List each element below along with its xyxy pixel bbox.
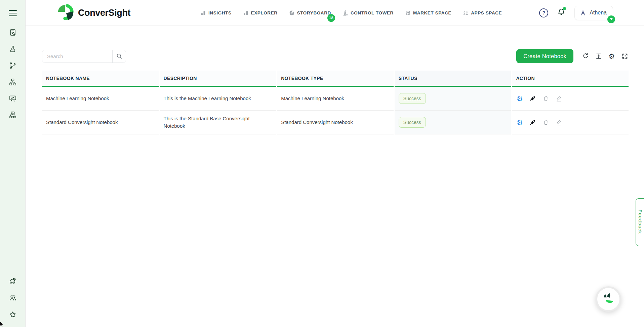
row-height-icon[interactable] (595, 52, 602, 60)
page-toolbar: Create Notebook ⚙ (42, 49, 629, 63)
nav-label: INSIGHTS (208, 10, 232, 15)
nav-label: CONTROL TOWER (351, 10, 394, 15)
nav-label: APPS SPACE (471, 10, 502, 15)
storyboard-count-badge: 18 (327, 14, 335, 22)
search-button[interactable] (112, 50, 126, 63)
control-tower-icon (343, 10, 348, 16)
flask-icon[interactable] (8, 45, 17, 53)
column-header-status: STATUS (395, 71, 511, 87)
hierarchy-icon[interactable] (8, 111, 17, 119)
git-branch-icon[interactable] (8, 61, 17, 70)
presentation-chart-icon[interactable] (8, 94, 17, 103)
nav-control-tower[interactable]: CONTROL TOWER (343, 10, 394, 16)
storyboard-globe-icon (289, 10, 295, 16)
nav-apps-space[interactable]: APPS SPACE (463, 10, 502, 16)
brand-name: ConverSight (78, 8, 130, 18)
refresh-icon[interactable] (582, 52, 589, 60)
nav-label: STORYBOARD (297, 10, 331, 15)
cell-description: This is the Standard Base Conversight No… (160, 111, 276, 134)
table-header-row: NOTEBOOK NAME DESCRIPTION NOTEBOOK TYPE … (42, 71, 629, 87)
status-badge: Success (399, 117, 426, 128)
caret-down-icon[interactable] (607, 15, 615, 23)
status-badge: Success (399, 93, 426, 104)
toolbar-actions: Create Notebook ⚙ (516, 49, 629, 63)
create-notebook-button[interactable]: Create Notebook (516, 49, 573, 63)
bell-icon[interactable] (557, 8, 566, 18)
bar-chart-icon (200, 10, 206, 16)
person-icon (579, 9, 587, 16)
search-group (42, 50, 126, 63)
conversight-face-icon (601, 292, 615, 306)
table-row: Standard Conversight Notebook This is th… (42, 111, 629, 134)
nav-explorer[interactable]: EXPLORER (243, 10, 278, 16)
feedback-label: Feedback (638, 210, 643, 234)
cell-notebook-name: Standard Conversight Notebook (42, 111, 159, 134)
sidebar-bottom-icons (8, 277, 17, 319)
left-sidebar (0, 0, 26, 327)
hamburger-menu-icon[interactable] (9, 10, 17, 16)
star-icon[interactable] (8, 310, 17, 319)
mouse-cursor (0, 322, 5, 327)
nav-label: MARKET SPACE (413, 10, 451, 15)
conversight-logo-mark (57, 4, 75, 22)
cell-notebook-name: Machine Learning Notebook (42, 87, 159, 111)
user-name: Athena (590, 10, 607, 16)
expand-icon[interactable] (621, 52, 629, 60)
chat-widget-button[interactable] (596, 286, 621, 312)
column-header-description: DESCRIPTION (160, 71, 276, 87)
trainer-face-icon[interactable] (8, 277, 17, 285)
settings-gear-icon[interactable]: ⚙ (516, 119, 523, 126)
app-root: ConverSight INSIGHTS EXPLORER STORYBOARD… (0, 0, 644, 327)
trash-icon[interactable] (542, 119, 550, 126)
nav-storyboard[interactable]: STORYBOARD 18 (289, 10, 331, 16)
help-glyph: ? (542, 10, 546, 15)
search-icon (116, 53, 122, 59)
column-header-action: ACTION (512, 71, 629, 87)
storefront-icon (405, 10, 411, 16)
nav-label: EXPLORER (251, 10, 278, 15)
user-menu[interactable]: Athena (574, 6, 613, 20)
notebook-search-icon[interactable] (8, 28, 17, 37)
nav-market-space[interactable]: MARKET SPACE (405, 10, 451, 16)
top-navigation-bar: ConverSight INSIGHTS EXPLORER STORYBOARD… (26, 0, 644, 26)
cell-actions: ⚙ (512, 111, 629, 134)
sitemap-icon[interactable] (8, 78, 17, 86)
table-row: Machine Learning Notebook This is the Ma… (42, 87, 629, 111)
cell-status: Success (395, 111, 511, 134)
cell-actions: ⚙ (512, 87, 629, 111)
feedback-tab[interactable]: Feedback (636, 198, 644, 246)
notebooks-table: NOTEBOOK NAME DESCRIPTION NOTEBOOK TYPE … (42, 71, 629, 134)
settings-gear-icon[interactable]: ⚙ (608, 52, 615, 60)
settings-gear-icon[interactable]: ⚙ (516, 95, 523, 102)
conversight-logo[interactable]: ConverSight (57, 4, 130, 22)
cell-notebook-type: Standard Conversight Notebook (277, 111, 394, 134)
apps-grid-icon (463, 10, 469, 16)
question-circle-icon[interactable]: ? (539, 8, 548, 17)
search-input[interactable] (42, 50, 112, 63)
rocket-deploy-icon[interactable] (529, 95, 536, 102)
column-header-notebook-name: NOTEBOOK NAME (42, 71, 159, 87)
column-header-notebook-type: NOTEBOOK TYPE (277, 71, 394, 87)
rocket-deploy-icon[interactable] (529, 119, 536, 126)
bar-chart-icon (243, 10, 249, 16)
sidebar-top-icons (8, 28, 17, 119)
cell-notebook-type: Machine Learning Notebook (277, 87, 394, 111)
edit-pencil-icon[interactable] (555, 119, 563, 126)
notebooks-page: Create Notebook ⚙ NOTEBOOK NAME DESCRIPT… (26, 26, 644, 327)
main-nav: INSIGHTS EXPLORER STORYBOARD 18 CONTROL … (200, 0, 502, 26)
users-icon[interactable] (8, 293, 17, 302)
nav-insights[interactable]: INSIGHTS (200, 10, 232, 16)
edit-pencil-icon[interactable] (555, 95, 563, 102)
cell-description: This is the Machine Learning Notebook (160, 87, 276, 111)
cell-status: Success (395, 87, 511, 111)
trash-icon[interactable] (542, 95, 550, 102)
topbar-right-cluster: ? Athena (539, 0, 613, 26)
